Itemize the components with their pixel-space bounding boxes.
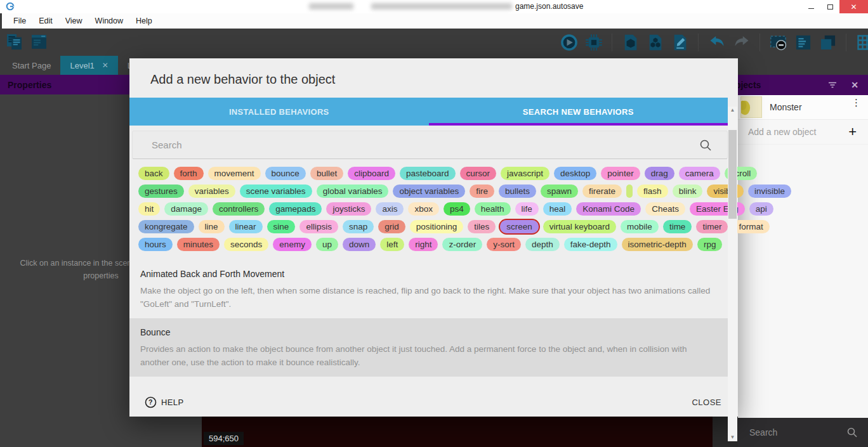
- tab-search-new-behaviors[interactable]: SEARCH NEW BEHAVIORS: [429, 98, 728, 126]
- behavior-item-bounce[interactable]: BounceProvides an action to make the obj…: [129, 318, 728, 377]
- project-manager-icon[interactable]: [5, 32, 23, 51]
- tag-chip-blank[interactable]: [626, 185, 633, 198]
- tag-chip-pasteboard[interactable]: pasteboard: [400, 167, 456, 180]
- tag-chip-format[interactable]: format: [732, 220, 769, 233]
- close-dialog-button[interactable]: CLOSE: [692, 398, 721, 407]
- tag-chip-line[interactable]: line: [199, 220, 225, 233]
- tag-chip-xbox[interactable]: xbox: [408, 202, 439, 216]
- behavior-item-animated-back-and-forth-movement[interactable]: Animated Back and Forth MovementMake the…: [129, 260, 728, 318]
- tag-chip-global-variables[interactable]: global variables: [317, 185, 389, 198]
- menu-help[interactable]: Help: [129, 13, 159, 29]
- close-window-button[interactable]: ✕: [839, 0, 868, 13]
- instances-list-icon[interactable]: [794, 33, 812, 51]
- tag-chip-bullets[interactable]: bullets: [499, 185, 536, 198]
- tag-chip-forth[interactable]: forth: [174, 167, 204, 180]
- tag-chip-gamepads[interactable]: gamepads: [269, 202, 322, 216]
- tag-chip-depth[interactable]: depth: [525, 238, 560, 251]
- tag-chip-tiles[interactable]: tiles: [468, 220, 496, 233]
- tab-close-icon[interactable]: ✕: [102, 61, 109, 70]
- tag-chip-drag[interactable]: drag: [645, 167, 674, 180]
- tag-chip-hit[interactable]: hit: [138, 202, 160, 216]
- play-icon[interactable]: [560, 33, 578, 51]
- tag-chip-visible[interactable]: visible: [707, 185, 744, 198]
- editor-tab-start-page[interactable]: Start Page: [3, 56, 60, 75]
- edit-scene-icon[interactable]: [671, 33, 689, 51]
- tag-chip-firerate[interactable]: firerate: [582, 185, 622, 198]
- tag-chip-snap[interactable]: snap: [343, 220, 374, 233]
- object-row-monster[interactable]: Monster ⋮: [738, 95, 868, 120]
- tag-chip-bullet[interactable]: bullet: [310, 167, 343, 180]
- tag-chip-fire[interactable]: fire: [470, 185, 494, 198]
- render-options-icon[interactable]: [769, 33, 787, 51]
- tag-chip-cheats[interactable]: Cheats: [645, 202, 685, 216]
- grid-icon[interactable]: [855, 33, 868, 51]
- tag-chip-sine[interactable]: sine: [267, 220, 296, 233]
- tag-chip-minutes[interactable]: minutes: [177, 238, 220, 251]
- tag-chip-desktop[interactable]: desktop: [554, 167, 596, 180]
- tab-installed-behaviors[interactable]: INSTALLED BEHAVIORS: [129, 98, 429, 126]
- tag-chip-health[interactable]: health: [475, 202, 511, 216]
- layers-icon[interactable]: [819, 33, 837, 51]
- tag-chip-blink[interactable]: blink: [673, 185, 703, 198]
- scroll-up-icon[interactable]: ▲: [728, 107, 737, 114]
- tag-chip-movement[interactable]: movement: [208, 167, 261, 180]
- tag-chip-joysticks[interactable]: joysticks: [326, 202, 371, 216]
- objects-search-input[interactable]: [748, 427, 837, 438]
- tag-chip-ps4[interactable]: ps4: [444, 202, 470, 216]
- add-new-object-row[interactable]: Add a new object +: [738, 120, 868, 145]
- tag-chip-timer[interactable]: timer: [696, 220, 728, 233]
- tag-chip-grid[interactable]: grid: [378, 220, 405, 233]
- undo-icon[interactable]: [707, 33, 726, 51]
- tag-chip-positioning[interactable]: positioning: [410, 220, 464, 233]
- menu-view[interactable]: View: [59, 13, 89, 29]
- tag-chip-up[interactable]: up: [316, 238, 338, 251]
- behavior-item-fire-bullets[interactable]: Fire bulletsAllow the object to fire bul…: [129, 377, 728, 384]
- tag-chip-javascript[interactable]: javascript: [501, 167, 549, 180]
- tag-chip-isometric-depth[interactable]: isometric-depth: [622, 238, 693, 251]
- tag-chip-camera[interactable]: camera: [679, 167, 720, 180]
- help-button[interactable]: ? HELP: [145, 396, 184, 408]
- filter-icon[interactable]: [827, 80, 838, 90]
- behavior-search-input[interactable]: [150, 131, 683, 159]
- tag-chip-axis[interactable]: axis: [376, 202, 404, 216]
- tag-chip-cursor[interactable]: cursor: [460, 167, 497, 180]
- close-panel-icon[interactable]: ✕: [850, 80, 860, 90]
- objects-editor-icon[interactable]: [646, 33, 664, 51]
- tag-chip-clipboard[interactable]: clipboard: [348, 167, 395, 180]
- tag-chip-invisible[interactable]: invisible: [748, 185, 791, 198]
- start-page-icon[interactable]: [30, 32, 48, 51]
- scene-properties-icon[interactable]: [621, 33, 640, 51]
- tag-chip-kongregate[interactable]: kongregate: [138, 220, 194, 233]
- tag-chip-hours[interactable]: hours: [138, 238, 173, 251]
- dialog-scrollbar[interactable]: ▲ ▼: [728, 107, 737, 441]
- tag-chip-rpg[interactable]: rpg: [697, 238, 723, 251]
- tag-chip-left[interactable]: left: [380, 238, 404, 251]
- tag-chip-right[interactable]: right: [409, 238, 438, 251]
- tag-chip-bounce[interactable]: bounce: [265, 167, 306, 180]
- tag-chip-screen[interactable]: screen: [500, 220, 539, 233]
- tag-chip-spawn[interactable]: spawn: [541, 185, 578, 198]
- object-menu-icon[interactable]: ⋮: [852, 100, 858, 105]
- menu-file[interactable]: File: [7, 13, 32, 29]
- tag-chip-scene-variables[interactable]: scene variables: [240, 185, 312, 198]
- debug-icon[interactable]: [584, 33, 603, 51]
- tag-chip-virtual-keyboard[interactable]: virtual keyboard: [543, 220, 616, 233]
- scrollbar-thumb[interactable]: [728, 130, 737, 219]
- menu-window[interactable]: Window: [89, 13, 129, 29]
- minimize-button[interactable]: [801, 0, 820, 13]
- menu-edit[interactable]: Edit: [32, 13, 59, 29]
- redo-icon[interactable]: [732, 33, 751, 51]
- tag-chip-damage[interactable]: damage: [164, 202, 208, 216]
- tag-chip-enemy[interactable]: enemy: [273, 238, 312, 251]
- tag-chip-mobile[interactable]: mobile: [621, 220, 659, 233]
- editor-tab-level1[interactable]: Level1✕: [60, 56, 117, 75]
- tag-chip-konami-code[interactable]: Konami Code: [576, 202, 641, 216]
- tag-chip-down[interactable]: down: [343, 238, 376, 251]
- tag-chip-ellipsis[interactable]: ellipsis: [299, 220, 338, 233]
- tag-chip-heal[interactable]: heal: [543, 202, 572, 216]
- tag-chip-gestures[interactable]: gestures: [138, 185, 184, 198]
- tag-chip-pointer[interactable]: pointer: [601, 167, 640, 180]
- tag-chip-variables[interactable]: variables: [188, 185, 235, 198]
- tag-chip-z-order[interactable]: z-order: [442, 238, 482, 251]
- maximize-button[interactable]: [820, 0, 839, 13]
